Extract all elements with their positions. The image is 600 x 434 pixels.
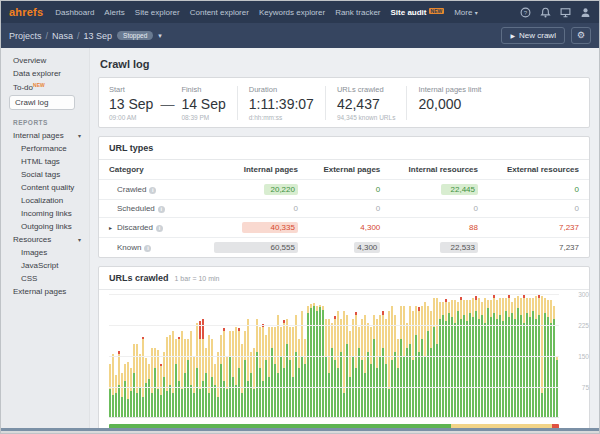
row-label: Discarded	[117, 223, 153, 232]
sidebar-item-html-tags[interactable]: HTML tags	[1, 155, 89, 168]
chart-area[interactable]: 300 225 150 75 2xx 3xx 4xx Timeout	[109, 294, 579, 428]
stat-label: URLs crawled	[337, 85, 396, 94]
stat-sub: 08:39 PM	[181, 114, 225, 121]
sidebar-item-social-tags[interactable]: Social tags	[1, 168, 89, 181]
divider	[325, 86, 326, 120]
ahrefs-logo[interactable]: ahrefs	[9, 6, 43, 18]
sidebar-group-resources[interactable]: Resources ▾	[1, 233, 89, 246]
col-external-pages: External pages	[308, 160, 390, 180]
stat-internal-pages-limit: Internal pages limit 20,000	[418, 85, 481, 112]
sidebar-item-localization[interactable]: Localization	[1, 194, 89, 207]
stat-value: 13 Sep	[109, 96, 153, 112]
divider	[406, 86, 407, 120]
breadcrumb-crawl-date[interactable]: 13 Sep	[84, 31, 113, 41]
info-icon[interactable]: i	[156, 225, 163, 232]
stat-finish: Finish 14 Sep 08:39 PM	[181, 85, 225, 121]
table-row-discarded[interactable]: ▸Discardedi 40,335 4,300 88 7,237	[99, 218, 589, 238]
sidebar-item-css[interactable]: CSS	[1, 272, 89, 285]
summary-3xx-segment	[451, 424, 552, 428]
value-chip: 22,445	[441, 184, 478, 195]
nav-rank-tracker[interactable]: Rank tracker	[335, 8, 380, 17]
info-icon[interactable]: i	[144, 245, 151, 252]
sidebar-group-label: Internal pages	[13, 131, 64, 140]
new-badge: NEW	[429, 8, 445, 14]
breadcrumb-separator: /	[77, 31, 80, 41]
sidebar-group-internal-pages[interactable]: Internal pages ▾	[1, 129, 89, 142]
sidebar-item-external-pages[interactable]: External pages	[1, 285, 89, 298]
chevron-down-icon: ▾	[475, 10, 478, 16]
nav-site-explorer[interactable]: Site explorer	[135, 8, 180, 17]
bell-icon[interactable]	[540, 7, 551, 18]
value-chip: 20,220	[264, 184, 298, 195]
stat-value: 20,000	[418, 96, 481, 112]
table-row-scheduled: Scheduledi 0 0 0 0	[99, 200, 589, 218]
breadcrumb-projects[interactable]: Projects	[9, 31, 42, 41]
display-icon[interactable]	[560, 7, 571, 18]
nav-more-label: More	[454, 8, 472, 17]
sidebar-item-outgoing-links[interactable]: Outgoing links	[1, 220, 89, 233]
sidebar-item-crawl-log[interactable]: Crawl log	[9, 95, 75, 110]
stat-sub: 94,345 known URLs	[337, 114, 396, 121]
sidebar-item-incoming-links[interactable]: Incoming links	[1, 207, 89, 220]
breadcrumb-project-name[interactable]: Nasa	[52, 31, 73, 41]
summary-4xx-segment	[552, 424, 559, 428]
nav-keywords-explorer[interactable]: Keywords explorer	[259, 8, 325, 17]
nav-site-audit[interactable]: Site auditNEW	[391, 8, 445, 17]
y-axis-tick: 300	[565, 291, 589, 298]
crawl-summary-ratio-bar	[109, 424, 559, 428]
nav-alerts[interactable]: Alerts	[104, 8, 124, 17]
crawl-dropdown-caret-icon[interactable]: ▾	[158, 32, 162, 40]
chart-plot	[109, 294, 559, 418]
chart-title: URLs crawled	[109, 273, 169, 283]
value-chip: 22,533	[440, 242, 478, 253]
info-icon[interactable]: i	[149, 187, 156, 194]
user-icon[interactable]	[580, 7, 591, 18]
date-range-dash: —	[160, 96, 174, 112]
sidebar-item-data-explorer[interactable]: Data explorer	[1, 67, 89, 80]
gridline	[109, 356, 559, 357]
window-frame	[1, 431, 599, 433]
value: 4,300	[360, 223, 380, 232]
url-types-title: URL types	[109, 143, 153, 153]
new-crawl-button[interactable]: ▶ New crawl	[501, 27, 565, 44]
nav-content-explorer[interactable]: Content explorer	[190, 8, 249, 17]
sidebar-item-content-quality[interactable]: Content quality	[1, 181, 89, 194]
nav-more[interactable]: More ▾	[454, 8, 477, 17]
sidebar-item-todo-label: To-do	[13, 83, 33, 92]
row-label: Crawled	[117, 185, 146, 194]
sidebar-item-images[interactable]: Images	[1, 246, 89, 259]
value: 0	[575, 185, 579, 194]
sidebar-group-label: Resources	[13, 235, 51, 244]
value: 0	[376, 185, 380, 194]
url-types-card: URL types Category Internal pages Extern…	[98, 136, 590, 258]
nav-dashboard[interactable]: Dashboard	[55, 8, 94, 17]
sidebar-item-performance[interactable]: Performance	[1, 142, 89, 155]
value: 7,237	[559, 243, 579, 252]
col-external-resources: External resources	[488, 160, 589, 180]
sidebar-item-javascript[interactable]: JavaScript	[1, 259, 89, 272]
stat-label: Finish	[181, 85, 225, 94]
info-icon[interactable]: i	[158, 206, 165, 213]
value: 88	[469, 223, 478, 232]
help-icon[interactable]: ?	[520, 7, 531, 18]
stat-label: Internal pages limit	[418, 85, 481, 94]
chart-note: 1 bar = 10 min	[175, 275, 220, 282]
sidebar-reports-header: REPORTS	[1, 111, 89, 129]
app-window: ahrefs Dashboard Alerts Site explorer Co…	[0, 0, 600, 434]
col-category: Category	[99, 160, 192, 180]
y-axis-tick: 75	[565, 384, 589, 391]
url-types-table: Category Internal pages External pages I…	[99, 160, 589, 257]
expand-caret-icon[interactable]: ▸	[109, 224, 117, 231]
sidebar-item-overview[interactable]: Overview	[1, 54, 89, 67]
page-title: Crawl log	[100, 58, 590, 70]
stat-urls-crawled: URLs crawled 42,437 94,345 known URLs	[337, 85, 396, 121]
sidebar-item-todo[interactable]: To-doNEW	[1, 80, 89, 94]
breadcrumb-separator: /	[46, 31, 49, 41]
stat-value: 42,437	[337, 96, 396, 112]
gridline	[109, 294, 559, 295]
project-bar: Projects / Nasa / 13 Sep Stopped ▾ ▶ New…	[1, 23, 599, 48]
chevron-down-icon: ▾	[78, 132, 81, 139]
gridline	[109, 387, 559, 388]
value-chip: 40,335	[242, 222, 298, 233]
settings-button[interactable]: ⚙	[571, 27, 591, 44]
